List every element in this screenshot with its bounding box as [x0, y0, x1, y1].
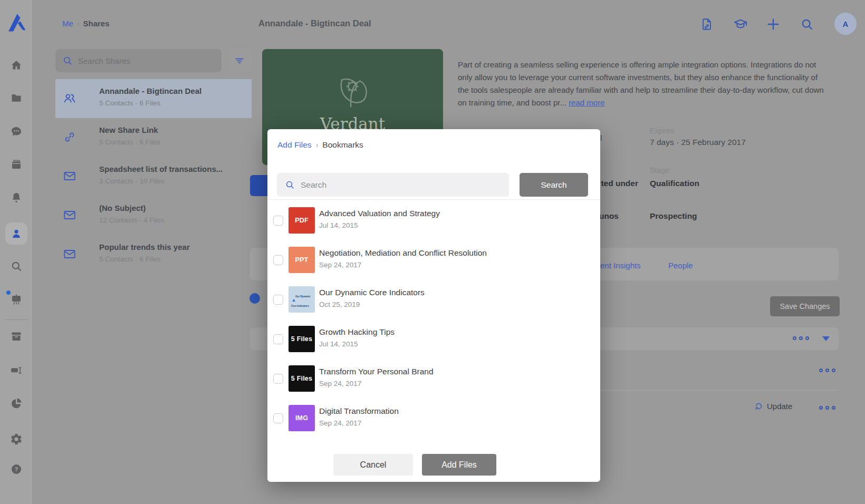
bookmark-file-row[interactable]: Our Dynamic Core Indicators Our Dynamic … [267, 280, 600, 319]
file-thumbnail: PDF [289, 207, 315, 234]
app-screen: ? Me›Shares Search Shares Annandale - Bi… [0, 0, 865, 504]
modal-divider [267, 199, 600, 200]
file-checkbox[interactable] [273, 413, 283, 423]
breadcrumb-separator: › [316, 141, 319, 149]
file-thumbnail-preview: Our Dynamic Core Indicators [289, 286, 315, 313]
file-title: Negotiation, Mediation and Conflict Reso… [319, 248, 487, 258]
add-files-button[interactable]: Add Files [422, 454, 496, 476]
file-title: Growth Hacking Tips [319, 327, 395, 337]
bookmark-file-row[interactable]: IMG Digital Transformation Sep 24, 2017 [267, 399, 600, 438]
bookmarks-breadcrumb: Bookmarks [322, 140, 363, 149]
bookmark-file-list: PDF Advanced Valuation and Strategy Jul … [267, 201, 600, 438]
file-date: Oct 25, 2019 [319, 301, 360, 308]
file-type-badge: PDF [295, 217, 309, 224]
file-thumbnail: 5 Files [289, 365, 315, 392]
file-type-badge: 5 Files [291, 335, 312, 343]
bookmark-file-row[interactable]: 5 Files Transform Your Personal Brand Se… [267, 359, 600, 399]
file-date: Jul 14, 2015 [319, 221, 358, 229]
file-thumbnail: Our Dynamic Core Indicators [289, 286, 315, 313]
modal-search-button[interactable]: Search [520, 173, 588, 197]
bookmark-file-row[interactable]: PDF Advanced Valuation and Strategy Jul … [267, 201, 600, 240]
add-files-modal: Add Files›Bookmarks Search Search PDF Ad… [267, 129, 600, 482]
file-title: Transform Your Personal Brand [319, 367, 434, 376]
file-date: Sep 24, 2017 [319, 380, 361, 387]
bookmark-file-row[interactable]: PPT Negotiation, Mediation and Conflict … [267, 240, 600, 280]
file-title: Advanced Valuation and Strategy [319, 209, 440, 218]
cancel-button[interactable]: Cancel [333, 454, 413, 476]
bookmark-file-row[interactable]: 5 Files Growth Hacking Tips Jul 14, 2015 [267, 319, 600, 359]
file-thumbnail: IMG [289, 405, 315, 431]
file-title: Digital Transformation [319, 406, 399, 416]
file-checkbox[interactable] [273, 255, 283, 265]
file-date: Sep 24, 2017 [319, 261, 361, 269]
file-date: Sep 24, 2017 [319, 419, 361, 427]
file-type-badge: PPT [295, 256, 309, 264]
file-checkbox[interactable] [273, 374, 283, 384]
modal-search-placeholder: Search [301, 180, 326, 190]
file-thumbnail: PPT [289, 247, 315, 273]
file-thumbnail: 5 Files [289, 326, 315, 352]
file-checkbox[interactable] [273, 334, 283, 344]
file-title: Our Dynamic Core Indicators [319, 288, 425, 297]
file-type-badge: IMG [295, 414, 308, 422]
search-icon [285, 180, 295, 190]
modal-breadcrumb: Add Files›Bookmarks [277, 140, 363, 150]
file-checkbox[interactable] [273, 295, 283, 305]
add-files-breadcrumb-link[interactable]: Add Files [277, 140, 312, 149]
file-date: Jul 14, 2015 [319, 340, 358, 348]
file-checkbox[interactable] [273, 216, 283, 226]
modal-search-input[interactable]: Search [277, 173, 509, 197]
file-type-badge: 5 Files [291, 375, 312, 382]
